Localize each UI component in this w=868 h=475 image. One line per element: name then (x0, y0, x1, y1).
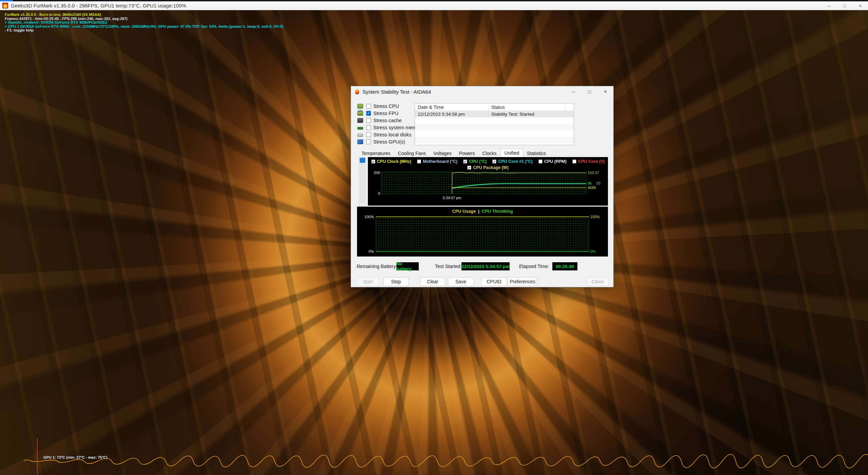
log-row[interactable]: 22/12/2023 5:34:58 pm Stability Test: St… (415, 111, 574, 117)
sensor-tab-strip: Temperatures Cooling Fans Voltages Power… (358, 149, 550, 157)
furmark-close-button[interactable]: × (852, 1, 868, 10)
legend-cpu-package-label: CPU Package (W) (473, 165, 508, 170)
stress-cache-label: Stress cache (373, 118, 402, 123)
save-button[interactable]: Save (448, 277, 474, 286)
usage-left-bottom-label: 0% (369, 249, 374, 253)
log-header-status[interactable]: Status (489, 103, 566, 111)
test-started-value: 22/12/2023 5:34:57 pm (461, 262, 510, 270)
cpu-usage-panel: CPU Usage | CPU Throttling 100% 0% 100% … (357, 207, 608, 256)
elapsed-time-value: 00:25:40 (552, 262, 577, 270)
stress-cpu-checkbox[interactable] (366, 104, 371, 109)
usage-right-bottom-label: 0% (590, 249, 596, 253)
legend-cpu-core1-temp[interactable]: ✓ CPU Core #1 (°C) (492, 159, 533, 164)
legend-cpu-package-checkbox[interactable]: ✓ (467, 166, 471, 170)
legend-cpu-core-v[interactable]: CPU Core (V) (572, 159, 605, 164)
usage-right-top-label: 100% (590, 215, 600, 219)
furmark-maximize-button[interactable]: □ (837, 1, 852, 10)
stress-option-disks[interactable]: Stress local disks (357, 131, 423, 138)
time-marker-label: 5:34:57 pm (442, 196, 461, 200)
usage-title-left: CPU Usage (452, 209, 476, 214)
aida-maximize-button[interactable]: □ (581, 86, 597, 97)
stress-cpu-label: Stress CPU (373, 103, 399, 109)
tab-statistics[interactable]: Statistics (523, 149, 550, 157)
osd-line-renderer: > OpenGL renderer: NVIDIA GeForce RTX 40… (5, 21, 283, 25)
tab-unified[interactable]: Unified (500, 149, 524, 157)
log-header-row: Date & Time Status (415, 103, 574, 111)
usage-left-top-label: 100% (364, 215, 374, 219)
legend-cpu-rpm[interactable]: CPU (RPM) (538, 159, 567, 164)
close-button[interactable]: Close (587, 277, 609, 286)
remaining-battery-value: No battery (396, 262, 419, 270)
legend-cpu-rpm-checkbox[interactable] (538, 159, 542, 164)
cpu-icon (357, 104, 363, 109)
tab-temperatures[interactable]: Temperatures (358, 149, 394, 157)
scrollbar-track[interactable] (360, 164, 364, 204)
furmark-window-title: Geeks3D FurMark v1.35.0.0 - 296FPS, GPU1… (11, 3, 186, 8)
stress-gpu-checkbox[interactable] (366, 139, 371, 144)
cpu-usage-chart: 100% 0% 100% 0% (357, 214, 608, 255)
legend-motherboard[interactable]: Motherboard (°C) (417, 159, 457, 164)
legend-cpu-core-v-checkbox[interactable] (572, 159, 576, 164)
stability-log-table[interactable]: Date & Time Status 22/12/2023 5:34:58 pm… (415, 103, 574, 145)
aida-minimize-button[interactable]: – (566, 86, 581, 97)
stress-cache-checkbox[interactable] (366, 118, 371, 123)
stress-disks-checkbox[interactable] (366, 132, 371, 137)
legend-cpu-package[interactable]: ✓ CPU Package (W) (467, 165, 508, 170)
log-empty-row (415, 130, 574, 137)
legend-cpu-clock-checkbox[interactable]: ✓ (371, 159, 375, 164)
preferences-button[interactable]: Preferences (508, 277, 537, 286)
log-header-datetime[interactable]: Date & Time (415, 103, 489, 111)
log-empty-row (415, 124, 574, 130)
stress-gpu-label: Stress GPU(s) (373, 139, 405, 145)
aida-close-button[interactable]: × (597, 86, 613, 97)
unified-graph-panel: ✓ CPU Clock (MHz) Motherboard (°C) ✓ CPU… (368, 157, 608, 206)
tab-cooling-fans[interactable]: Cooling Fans (394, 149, 430, 157)
furmark-minimize-button[interactable]: – (821, 1, 837, 10)
y-axis-max-label: 200 (374, 171, 380, 175)
aida64-stability-window: System Stability Test - AIDA64 – □ × Str… (351, 86, 614, 287)
stress-option-memory[interactable]: Stress system memory (357, 124, 423, 131)
graph-scale-scrollbar[interactable] (359, 157, 366, 206)
cache-icon (357, 118, 363, 123)
usage-chart-title: CPU Usage | CPU Throttling (357, 207, 608, 214)
legend-cpu-core1-checkbox[interactable]: ✓ (492, 159, 496, 164)
graph-legend-row2: ✓ CPU Package (W) (368, 164, 608, 170)
aida-window-title: System Stability Test - AIDA64 (362, 89, 431, 95)
osd-line-burnin: FurMark v1.35.0.0 - Burn-in test, 3840x2… (5, 13, 283, 17)
clear-button[interactable]: Clear (420, 277, 445, 286)
stress-options-panel: Stress CPU ✓ Stress FPU Stress cache Str… (357, 102, 423, 145)
start-button[interactable]: Start (357, 277, 379, 286)
tab-voltages[interactable]: Voltages (430, 149, 455, 157)
stress-memory-checkbox[interactable] (366, 125, 371, 130)
disk-icon (357, 134, 363, 137)
stress-disks-label: Stress local disks (373, 132, 411, 137)
legend-cpu-core-v-label: CPU Core (V) (578, 159, 605, 164)
furmark-titlebar: Geeks3D FurMark v1.35.0.0 - 296FPS, GPU1… (0, 1, 868, 10)
flame-icon (355, 89, 359, 95)
osd-line-gpu: > GPU 1 (NVIDIA GeForce RTX 4090) - core… (5, 25, 283, 29)
legend-cpu-rpm-label: CPU (RPM) (544, 159, 567, 164)
tab-clocks[interactable]: Clocks (479, 149, 500, 157)
legend-motherboard-checkbox[interactable] (417, 159, 421, 164)
stress-option-fpu[interactable]: ✓ Stress FPU (357, 110, 423, 117)
stress-option-cpu[interactable]: Stress CPU (357, 102, 423, 110)
stop-button[interactable]: Stop (383, 277, 409, 286)
legend-cpu-clock[interactable]: ✓ CPU Clock (MHz) (371, 159, 411, 164)
tab-powers[interactable]: Powers (455, 149, 479, 157)
scrollbar-thumb[interactable] (360, 158, 365, 163)
cpu-temp-value: 96 (588, 181, 592, 185)
stress-option-gpu[interactable]: Stress GPU(s) (357, 138, 423, 145)
furmark-app-icon (2, 3, 8, 8)
aida-titlebar[interactable]: System Stability Test - AIDA64 – □ × (351, 86, 613, 97)
log-cell-datetime: 22/12/2023 5:34:58 pm (415, 111, 489, 117)
legend-cpu-temp-label: CPU (°C) (469, 159, 487, 164)
legend-cpu-temp[interactable]: ✓ CPU (°C) (463, 159, 487, 164)
stress-option-cache[interactable]: Stress cache (357, 117, 423, 124)
y-axis-min-label: 0 (378, 191, 380, 195)
test-status-bar: Remaining Battery: No battery Test Start… (351, 262, 613, 271)
legend-cpu-temp-checkbox[interactable]: ✓ (463, 159, 467, 164)
cpuid-button[interactable]: CPUID (481, 277, 507, 286)
gpu-temp-stats-label: GPU 1: 73°C (min: 27°C - max: 75°C) (43, 455, 107, 459)
stress-fpu-checkbox[interactable]: ✓ (366, 111, 371, 116)
action-button-row: Start Stop Clear Save CPUID Preferences … (351, 277, 613, 287)
